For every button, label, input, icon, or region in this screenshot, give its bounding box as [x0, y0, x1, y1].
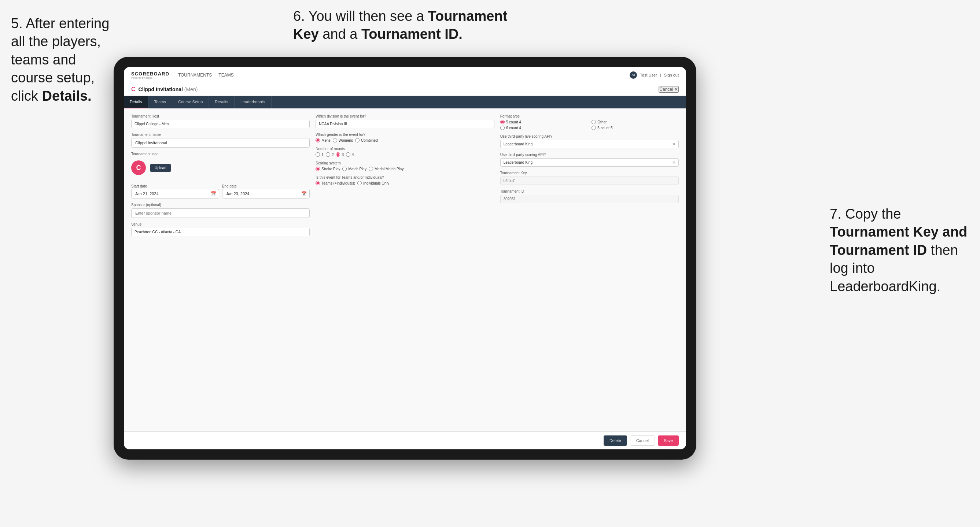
start-date-label: Start date — [131, 184, 147, 188]
venue-select-wrapper: Peachtree GC - Atlanta - GA — [131, 228, 310, 236]
scoring-match[interactable]: Match Play — [342, 167, 366, 171]
nav-right: SI Test User | Sign out — [630, 71, 679, 79]
upload-button[interactable]: Upload — [150, 164, 171, 172]
division-group: Which division is the event for? NCAA Di… — [315, 114, 494, 128]
id-label: Tournament ID — [500, 189, 679, 194]
format-other-radio[interactable] — [592, 120, 596, 124]
date-group: Start date 📅 End date 📅 — [131, 183, 310, 198]
format-6count5-radio[interactable] — [592, 125, 596, 130]
gender-label: Which gender is the event for? — [315, 133, 494, 137]
api2-select[interactable]: Leaderboard King — [500, 158, 679, 167]
round-3[interactable]: 3 — [336, 152, 344, 157]
format-6count4-radio[interactable] — [500, 125, 505, 130]
host-select[interactable]: Clippd College - Men — [131, 120, 310, 128]
venue-select[interactable]: Peachtree GC - Atlanta - GA — [131, 228, 310, 236]
end-date-input[interactable] — [222, 189, 310, 198]
annotation-top: 6. You will then see a Tournament Key an… — [293, 7, 520, 44]
col-left: Tournament Host Clippd College - Men Tou… — [131, 114, 310, 425]
logo-area: C Upload — [131, 157, 310, 178]
annotation-top-bold2: Tournament ID. — [361, 26, 463, 42]
name-group: Tournament name — [131, 133, 310, 148]
delete-button[interactable]: Delete — [604, 435, 627, 446]
end-date-label: End date — [222, 184, 237, 188]
teams-group: Is this event for Teams and/or Individua… — [315, 175, 494, 185]
top-nav: SCOREBOARD Powered by clippd TOURNAMENTS… — [124, 67, 686, 83]
tournament-cancel-button[interactable]: Cancel ✕ — [659, 86, 679, 93]
rounds-label: Number of rounds — [315, 147, 494, 151]
sponsor-input[interactable] — [131, 208, 310, 218]
name-input[interactable] — [131, 138, 310, 148]
gender-mens-radio[interactable] — [315, 138, 320, 143]
scoring-medal[interactable]: Medal Match Play — [369, 167, 404, 171]
api2-clear-button[interactable]: ✕ — [672, 160, 676, 165]
teams-plus-ind-radio[interactable] — [315, 181, 320, 185]
key-value: b4fbb7 — [500, 176, 679, 185]
sponsor-label: Sponsor (optional) — [131, 203, 310, 207]
rounds-radio-row: 1 2 3 4 — [315, 152, 494, 157]
logo-group: Tournament logo C Upload — [131, 152, 310, 178]
round-1[interactable]: 1 — [315, 152, 324, 157]
host-select-wrapper: Clippd College - Men — [131, 120, 310, 128]
api1-select[interactable]: Leaderboard King — [500, 140, 679, 148]
key-label: Tournament Key — [500, 171, 679, 175]
api2-label: Use third-party scoring API? — [500, 153, 679, 157]
teams-plus-ind[interactable]: Teams (+Individuals) — [315, 181, 355, 185]
format-5count4[interactable]: 5 count 4 — [500, 120, 587, 124]
scoring-stroke[interactable]: Stroke Play — [315, 167, 340, 171]
save-button[interactable]: Save — [658, 435, 679, 446]
round-2[interactable]: 2 — [326, 152, 334, 157]
format-group: Format type 5 count 4 Other — [500, 114, 679, 130]
tournament-title: C Clippd Invitational (Men) — [131, 86, 197, 93]
nav-tournaments[interactable]: TOURNAMENTS — [178, 73, 212, 78]
sponsor-group: Sponsor (optional) — [131, 203, 310, 218]
gender-mens[interactable]: Mens — [315, 138, 330, 143]
round-3-radio[interactable] — [336, 152, 340, 157]
format-6count4[interactable]: 6 count 4 — [500, 125, 587, 130]
teams-label: Is this event for Teams and/or Individua… — [315, 175, 494, 179]
tab-leaderboards[interactable]: Leaderboards — [235, 96, 272, 108]
cancel-button[interactable]: Cancel — [630, 435, 655, 446]
api1-clear-button[interactable]: ✕ — [672, 142, 676, 147]
teams-radio-row: Teams (+Individuals) Individuals Only — [315, 181, 494, 185]
col-mid: Which division is the event for? NCAA Di… — [315, 114, 494, 425]
scoring-stroke-radio[interactable] — [315, 167, 320, 171]
round-2-radio[interactable] — [326, 152, 330, 157]
gender-womens[interactable]: Womens — [333, 138, 353, 143]
gender-combined[interactable]: Combined — [355, 138, 378, 143]
bottom-bar: Delete Cancel Save — [124, 432, 686, 449]
nav-teams[interactable]: TEAMS — [218, 73, 234, 78]
scoring-group: Scoring system Stroke Play Match Play — [315, 161, 494, 171]
annotation-left-bold: Details. — [42, 88, 91, 104]
division-select-wrapper: NCAA Division III — [315, 120, 494, 128]
tab-teams[interactable]: Teams — [148, 96, 172, 108]
gender-combined-radio[interactable] — [355, 138, 360, 143]
main-content: Tournament Host Clippd College - Men Tou… — [124, 108, 686, 432]
teams-ind-only-radio[interactable] — [357, 181, 362, 185]
signout-link[interactable]: Sign out — [664, 73, 679, 77]
gender-womens-radio[interactable] — [333, 138, 337, 143]
end-date-group: End date 📅 — [222, 183, 310, 198]
round-1-radio[interactable] — [315, 152, 320, 157]
start-date-input[interactable] — [131, 189, 219, 198]
format-6count5[interactable]: 6 count 5 — [592, 125, 679, 130]
format-5count4-radio[interactable] — [500, 120, 505, 124]
start-date-wrapper: 📅 — [131, 189, 219, 198]
scoring-medal-radio[interactable] — [369, 167, 373, 171]
annotation-right: 7. Copy the Tournament Key and Tournamen… — [830, 205, 969, 295]
tab-details[interactable]: Details — [124, 96, 148, 108]
round-4[interactable]: 4 — [346, 152, 354, 157]
scoring-match-radio[interactable] — [342, 167, 347, 171]
annotation-right-bold: Tournament Key and Tournament ID — [830, 224, 967, 257]
division-select[interactable]: NCAA Division III — [315, 120, 494, 128]
teams-ind-only[interactable]: Individuals Only — [357, 181, 389, 185]
tab-bar: Details Teams Course Setup Results Leade… — [124, 96, 686, 108]
format-other[interactable]: Other — [592, 120, 679, 124]
tab-results[interactable]: Results — [209, 96, 235, 108]
logo-circle: C — [131, 160, 146, 175]
host-label: Tournament Host — [131, 114, 310, 118]
col-right: Format type 5 count 4 Other — [500, 114, 679, 425]
host-group: Tournament Host Clippd College - Men — [131, 114, 310, 128]
tab-course-setup[interactable]: Course Setup — [172, 96, 209, 108]
logo-label: Tournament logo — [131, 152, 310, 156]
round-4-radio[interactable] — [346, 152, 350, 157]
